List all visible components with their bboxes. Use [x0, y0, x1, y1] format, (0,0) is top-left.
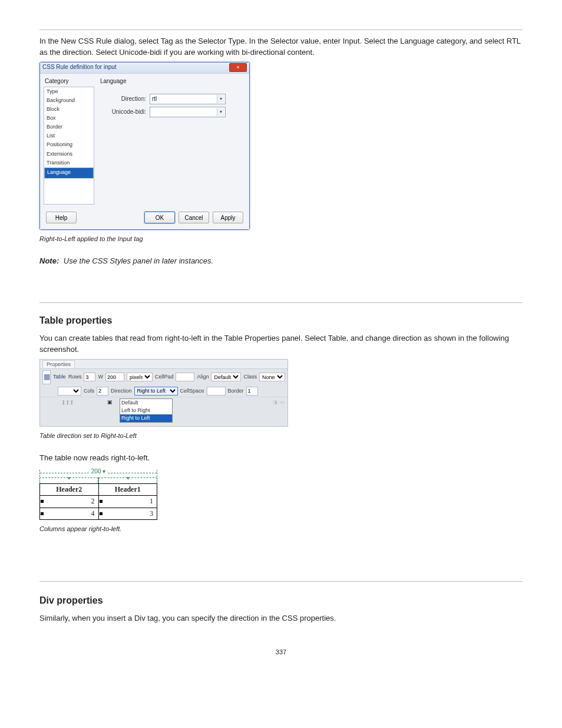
chevron-down-icon: ▾	[217, 108, 224, 116]
intro-paragraph: In the New CSS Rule dialog, select Tag a…	[39, 36, 523, 58]
misc-icon-2: ▭	[280, 398, 285, 406]
css-rule-dialog: CSS Rule definition for input × Category…	[39, 62, 250, 230]
direction-option[interactable]: Right to Left	[120, 414, 172, 422]
direction-option[interactable]: Left to Right	[120, 407, 172, 414]
sub-ruler	[39, 477, 157, 483]
cellspace-label: CellSpace	[180, 387, 204, 395]
cellpad-label: CellPad	[155, 373, 174, 381]
direction-dropdown-list[interactable]: DefaultLeft to RightRight to Left	[120, 398, 173, 423]
paragraph-div: Similarly, when you insert a Div tag, yo…	[39, 613, 523, 624]
bottom-divider	[39, 581, 523, 582]
category-item[interactable]: Transition	[44, 159, 94, 167]
direction-label-panel: Direction	[111, 387, 132, 395]
misc-icon-1: ◑	[273, 398, 277, 406]
top-divider	[39, 29, 523, 30]
category-item[interactable]: Background	[44, 96, 94, 105]
dialog-body: Category TypeBackgroundBlockBoxBorderLis…	[40, 74, 249, 207]
properties-tab[interactable]: Properties	[42, 360, 75, 368]
category-item[interactable]: Box	[44, 114, 94, 123]
cancel-button[interactable]: Cancel	[178, 212, 209, 223]
picker-icon: ▣	[107, 398, 113, 406]
help-button[interactable]: Help	[46, 212, 77, 223]
close-icon[interactable]: ×	[229, 63, 247, 72]
table-id-select[interactable]	[58, 387, 81, 396]
table-header: Header1	[98, 483, 157, 495]
apply-button[interactable]: Apply	[213, 212, 243, 223]
properties-panel: Properties ▦ Table Rows W pixels CellPad…	[39, 359, 288, 427]
table-icon: ▦	[42, 370, 51, 384]
properties-row-2: Cols Direction Right to Left CellSpace B…	[40, 386, 287, 397]
rtl-table: Header2Header12143	[39, 483, 157, 520]
table-tool-icons: ⟟ ⟟ ⟟	[62, 398, 98, 407]
dialog-title: CSS Rule definition for input	[42, 63, 117, 72]
table-row: 21	[40, 496, 157, 508]
border-input[interactable]	[246, 387, 258, 396]
w-unit-select[interactable]: pixels	[127, 373, 153, 381]
unicode-bidi-label: Unicode-bidi:	[100, 108, 150, 117]
category-item[interactable]: Positioning	[44, 140, 94, 149]
align-label: Align	[197, 373, 209, 381]
paragraph-table-intro: You can create tables that read from rig…	[39, 333, 523, 355]
ruler-label: 200 ▾	[89, 467, 108, 476]
class-select[interactable]: None	[259, 373, 285, 381]
cellpad-input[interactable]	[176, 373, 194, 381]
table-cell: 4	[40, 508, 99, 519]
w-input[interactable]	[105, 373, 124, 381]
ok-button[interactable]: OK	[144, 212, 175, 223]
table-label: Table	[53, 373, 66, 381]
note-label: Note:	[39, 256, 59, 265]
table-cell: 2	[40, 496, 99, 508]
dialog-button-row: Help OK Cancel Apply	[40, 207, 249, 229]
direction-select[interactable]: Right to Left	[134, 387, 178, 396]
properties-row-1: ▦ Table Rows W pixels CellPad Align Defa…	[40, 369, 287, 386]
category-item[interactable]: Block	[44, 105, 94, 114]
category-item[interactable]: Border	[44, 123, 94, 131]
border-label: Border	[228, 387, 244, 395]
category-item[interactable]: Type	[44, 87, 94, 96]
section-title-table-properties: Table properties	[39, 314, 523, 327]
category-item[interactable]: Language	[44, 167, 94, 179]
mid-divider	[39, 302, 523, 303]
direction-option[interactable]: Default	[120, 399, 172, 407]
table-cell: 3	[98, 508, 157, 519]
category-item[interactable]: Extensions	[44, 150, 94, 159]
caption-1: Right-to-Left applied to the Input tag	[39, 235, 523, 244]
table-demo: 200 ▾ Header2Header12143	[39, 470, 157, 520]
class-label: Class	[243, 373, 257, 381]
cellspace-input[interactable]	[207, 387, 226, 396]
page-number: 337	[39, 648, 523, 657]
cols-label: Cols	[84, 387, 94, 395]
section-title-div-properties: Div properties	[39, 594, 523, 607]
rows-label: Rows	[68, 373, 82, 381]
unicode-bidi-combo[interactable]: ▾	[150, 107, 226, 117]
table-row: 43	[40, 508, 157, 519]
caption-3: Columns appear right-to-left.	[39, 525, 523, 534]
category-item[interactable]: List	[44, 131, 94, 140]
direction-value: rtl	[152, 95, 157, 102]
w-label: W	[98, 373, 103, 381]
align-select[interactable]: Default	[211, 373, 241, 381]
direction-combo[interactable]: rtl ▾	[150, 94, 226, 104]
properties-row-3: ⟟ ⟟ ⟟ ▣ DefaultLeft to RightRight to Lef…	[40, 397, 287, 426]
note-text: Use the CSS Styles panel in later instan…	[64, 256, 213, 265]
properties-tabrow: Properties	[40, 360, 287, 369]
dialog-titlebar: CSS Rule definition for input ×	[40, 62, 249, 74]
table-cell: 1	[98, 496, 157, 508]
caption-2: Table direction set to Right-to-Left	[39, 431, 523, 441]
chevron-down-icon: ▾	[217, 95, 224, 103]
cols-input[interactable]	[97, 387, 108, 396]
category-heading: Category	[45, 77, 94, 86]
right-section-label: Language	[100, 77, 246, 86]
note-row: Note: Use the CSS Styles panel in later …	[39, 256, 523, 267]
direction-label: Direction:	[100, 95, 150, 104]
table-header: Header2	[40, 483, 99, 495]
paragraph-table-result: The table now reads right-to-left.	[39, 453, 523, 464]
category-list[interactable]: TypeBackgroundBlockBoxBorderListPosition…	[44, 87, 94, 205]
rows-input[interactable]	[84, 373, 95, 381]
ruler-200: 200 ▾	[39, 470, 157, 477]
